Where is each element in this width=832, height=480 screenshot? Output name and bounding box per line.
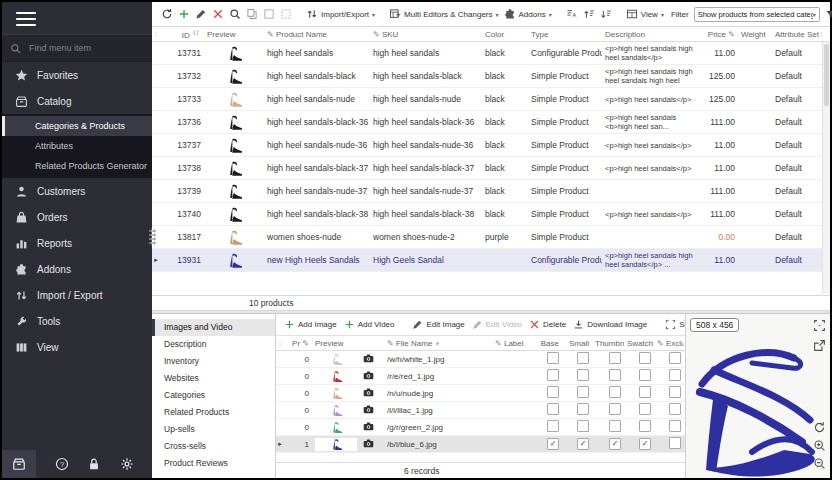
search-input[interactable] — [27, 42, 131, 54]
menu-filters[interactable]: Filters▾ — [825, 9, 832, 20]
add-video-button[interactable]: Add Video — [344, 319, 395, 330]
sortaz-button[interactable]: A — [566, 8, 578, 20]
fit-screen-icon[interactable] — [813, 318, 826, 336]
tab-description[interactable]: Description — [152, 336, 275, 353]
tab-product-reviews[interactable]: Product Reviews — [152, 455, 275, 472]
vertical-scrollbar[interactable] — [822, 42, 830, 294]
tab-images-and-video[interactable]: Images and Video — [152, 319, 275, 336]
small-checkbox[interactable] — [577, 386, 589, 398]
exclude-checkbox[interactable] — [669, 369, 681, 381]
bottom-help-button[interactable]: ? — [55, 450, 69, 478]
open-external-icon[interactable] — [813, 338, 826, 356]
swatch-checkbox[interactable] — [639, 352, 651, 364]
tab-cross-sells[interactable]: Cross-sells — [152, 438, 275, 455]
swatch-checkbox[interactable] — [639, 420, 651, 432]
product-row[interactable]: 13732high heel sandals-blackhigh heel sa… — [152, 65, 830, 88]
sidebar-item-addons[interactable]: Addons — [2, 256, 152, 282]
product-row[interactable]: 13817women shoes-nudewomen shoes-nude-2p… — [152, 226, 830, 249]
product-row[interactable]: 13738high heel sandals-black-37high heel… — [152, 157, 830, 180]
product-row[interactable]: ▸13931new High Heels SandalsHigh Geels S… — [152, 249, 830, 272]
product-row[interactable]: 13740high heel sandals-black-38high heel… — [152, 203, 830, 226]
swatch-checkbox[interactable] — [639, 403, 651, 415]
small-checkbox[interactable] — [577, 369, 589, 381]
movedown-button[interactable] — [600, 8, 612, 20]
filter-select[interactable]: Show products from selected categories▾ — [694, 7, 820, 22]
base-checkbox[interactable]: ✓ — [547, 438, 559, 450]
thumbnail-checkbox[interactable] — [609, 420, 621, 432]
sidebar-item-favorites[interactable]: Favorites — [2, 62, 152, 88]
product-row[interactable]: 13737high heel sandals-nude-36high heel … — [152, 134, 830, 157]
moveup-button[interactable] — [583, 8, 595, 20]
base-checkbox[interactable] — [547, 352, 559, 364]
product-row[interactable]: 13731high heel sandalshigh heel sandalsb… — [152, 42, 830, 65]
tab-up-sells[interactable]: Up-sells — [152, 421, 275, 438]
thumbnail-checkbox[interactable] — [609, 386, 621, 398]
scrollbar-thumb[interactable] — [824, 44, 829, 106]
exclude-checkbox[interactable] — [669, 403, 681, 415]
product-row[interactable]: 13736high heel sandals-black-36high heel… — [152, 111, 830, 134]
product-row[interactable]: 13733high heel sandals-nudehigh heel san… — [152, 88, 830, 111]
tab-categories[interactable]: Categories — [152, 387, 275, 404]
bottom-catalog-button[interactable] — [2, 450, 36, 478]
copy-button[interactable] — [246, 8, 258, 20]
image-row[interactable]: 0/l/i/lilac_1.jpg — [276, 402, 685, 419]
panel-splitter-handle[interactable] — [149, 228, 156, 246]
base-checkbox[interactable] — [547, 403, 559, 415]
swatch-checkbox[interactable] — [639, 369, 651, 381]
edit-video-button[interactable]: Edit Video — [472, 319, 522, 330]
menu-view[interactable]: View▾ — [626, 8, 664, 20]
base-checkbox[interactable] — [547, 386, 559, 398]
image-row[interactable]: 0/n/u/nude.jpg — [276, 385, 685, 402]
edit-button[interactable] — [195, 8, 207, 20]
swatch-checkbox[interactable] — [639, 386, 651, 398]
sidebar-item-view[interactable]: View — [2, 334, 152, 360]
image-row[interactable]: 0/g/r/green_2.jpg — [276, 419, 685, 436]
sidebar-item-catalog[interactable]: Catalog — [2, 88, 152, 114]
exclude-checkbox[interactable] — [669, 352, 681, 364]
edit-image-button[interactable]: Edit Image — [412, 319, 464, 330]
image-row[interactable]: 0/r/e/red_1.jpg — [276, 368, 685, 385]
delete-button[interactable]: Delete — [529, 319, 566, 330]
add-button[interactable] — [178, 8, 190, 20]
sidebar-item-customers[interactable]: Customers — [2, 178, 152, 204]
base-checkbox[interactable] — [547, 369, 559, 381]
menu-multi-editors-changers[interactable]: Multi Editors & Changers▾ — [389, 8, 499, 20]
image-row[interactable]: 0/w/h/white_1.jpg — [276, 351, 685, 368]
menu-import-export[interactable]: Import/Export▾ — [306, 8, 375, 20]
sidebar-subitem-related-products-generator[interactable]: Related Products Generator — [2, 156, 152, 176]
image-row[interactable]: ▸1/b/l/blue_6.jpg✓✓✓✓ — [276, 436, 685, 453]
download-image-button[interactable]: Download Image — [573, 319, 647, 330]
delete-button[interactable] — [212, 8, 224, 20]
exclude-checkbox[interactable] — [669, 386, 681, 398]
swatch-checkbox[interactable]: ✓ — [639, 438, 651, 450]
sidebar-subitem-categories-products[interactable]: Categories & Products — [2, 116, 152, 136]
zoom-in-icon[interactable] — [813, 438, 826, 456]
tab-related-products[interactable]: Related Products — [152, 404, 275, 421]
small-checkbox[interactable] — [577, 420, 589, 432]
small-checkbox[interactable] — [577, 352, 589, 364]
menu-addons[interactable]: Addons▾ — [504, 8, 552, 20]
search-button[interactable] — [229, 8, 241, 20]
sidebar-item-import-export[interactable]: Import / Export — [2, 282, 152, 308]
zoom-out-icon[interactable] — [813, 456, 826, 474]
tab-websites[interactable]: Websites — [152, 370, 275, 387]
product-row[interactable]: 13739high heel sandals-nude-37high heel … — [152, 180, 830, 203]
rotate-icon[interactable] — [813, 420, 826, 438]
sidebar-search[interactable] — [2, 34, 152, 62]
thumbnail-checkbox[interactable] — [609, 369, 621, 381]
sidebar-subitem-attributes[interactable]: Attributes — [2, 136, 152, 156]
base-checkbox[interactable] — [547, 420, 559, 432]
add-image-button[interactable]: Add Image — [284, 319, 337, 330]
tab-inventory[interactable]: Inventory — [152, 353, 275, 370]
marquee-button[interactable] — [280, 8, 292, 20]
thumbnail-checkbox[interactable] — [609, 403, 621, 415]
bottom-gear-button[interactable] — [120, 450, 134, 478]
sidebar-item-tools[interactable]: Tools — [2, 308, 152, 334]
refresh-button[interactable] — [161, 8, 173, 20]
bottom-lock-button[interactable] — [87, 450, 101, 478]
thumbnail-checkbox[interactable]: ✓ — [609, 438, 621, 450]
hamburger-menu-icon[interactable] — [16, 12, 36, 26]
exclude-checkbox[interactable] — [669, 437, 681, 449]
thumbnail-checkbox[interactable] — [609, 352, 621, 364]
sidebar-item-orders[interactable]: Orders — [2, 204, 152, 230]
